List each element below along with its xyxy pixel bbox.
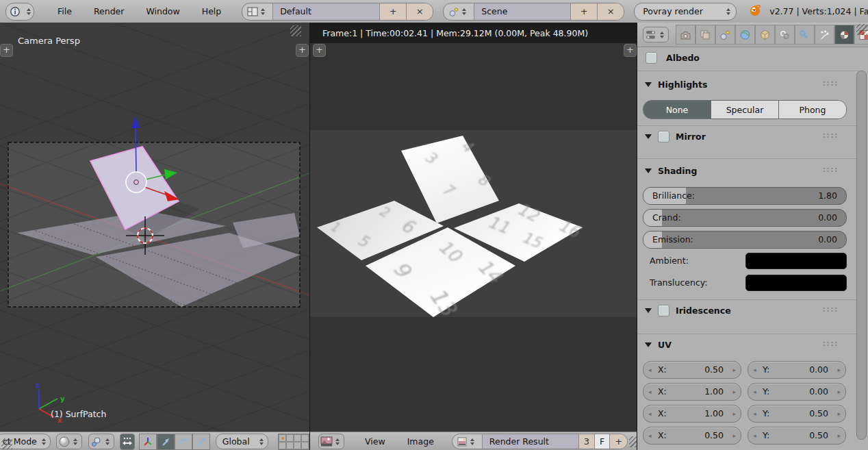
region-expand-right[interactable]: + bbox=[624, 44, 637, 57]
panel-shading-header[interactable]: Shading :::: bbox=[637, 164, 863, 177]
panel-highlights-header[interactable]: Highlights :::: bbox=[637, 77, 863, 91]
manipulator-toggle[interactable] bbox=[120, 434, 134, 450]
menu-image[interactable]: Image bbox=[396, 436, 445, 447]
panel-scrollbar[interactable] bbox=[856, 71, 867, 440]
delete-layout-button[interactable]: × bbox=[407, 3, 433, 20]
tab-world[interactable] bbox=[735, 25, 755, 45]
mirror-checkbox[interactable] bbox=[658, 131, 669, 142]
scene-stepper[interactable] bbox=[459, 8, 469, 15]
mode-stepper[interactable] bbox=[39, 438, 49, 445]
translate-manipulator-button[interactable] bbox=[157, 434, 175, 450]
region-expand-left[interactable]: + bbox=[313, 44, 326, 57]
collapse-triangle-icon[interactable] bbox=[645, 308, 652, 313]
area-corner-grip[interactable] bbox=[290, 25, 301, 36]
tab-render[interactable] bbox=[676, 25, 695, 45]
emission-slider[interactable]: Emission: 0.00 bbox=[643, 231, 847, 249]
render-engine-stepper[interactable] bbox=[724, 8, 733, 15]
add-layout-button[interactable]: + bbox=[380, 3, 407, 20]
viewport-3d[interactable]: z y x Camera Persp (1) SurfPatch + + bbox=[0, 23, 310, 432]
layer-cell[interactable] bbox=[294, 442, 301, 449]
new-image-button[interactable]: + bbox=[610, 434, 628, 449]
properties-panel[interactable]: Albedo Highlights :::: None Specular Pho… bbox=[637, 23, 868, 450]
image-name-field[interactable]: Render Result bbox=[483, 434, 579, 449]
panel-grip-icon[interactable]: :::: bbox=[822, 79, 839, 88]
panel-mirror-header[interactable]: Mirror :::: bbox=[637, 129, 863, 143]
crand-slider[interactable]: Crand: 0.00 bbox=[643, 209, 847, 227]
highlights-option-none[interactable]: None bbox=[643, 101, 711, 118]
menu-help[interactable]: Help bbox=[191, 6, 233, 16]
add-scene-button[interactable]: + bbox=[571, 3, 598, 20]
collapse-triangle-icon[interactable] bbox=[645, 168, 652, 173]
image-icon-button[interactable] bbox=[452, 434, 483, 449]
editor-type-select[interactable] bbox=[318, 434, 344, 449]
tab-scene[interactable] bbox=[715, 25, 735, 45]
transform-orientation-select[interactable]: Global bbox=[216, 434, 268, 449]
translucency-color-swatch[interactable] bbox=[745, 275, 847, 291]
scale-manipulator-button[interactable] bbox=[192, 434, 210, 450]
manipulator-z-axis[interactable] bbox=[136, 127, 136, 172]
layers-widget[interactable] bbox=[278, 434, 309, 450]
menu-render[interactable]: Render bbox=[83, 6, 136, 16]
viewport-3d-canvas[interactable]: z y x bbox=[0, 23, 309, 432]
layer-cell[interactable] bbox=[286, 434, 294, 442]
uv-y-field-1[interactable]: ◂Y:0.00▸ bbox=[748, 361, 846, 379]
screen-layout-icon-button[interactable] bbox=[242, 3, 273, 20]
panel-grip-icon[interactable]: :::: bbox=[822, 165, 839, 174]
axis-tripod-button[interactable] bbox=[139, 434, 157, 450]
layer-cell-active[interactable] bbox=[279, 434, 286, 442]
layer-cell[interactable] bbox=[301, 442, 309, 449]
area-corner-grip[interactable] bbox=[856, 24, 867, 35]
render-engine-select[interactable]: Povray render bbox=[634, 3, 737, 21]
layer-cell[interactable] bbox=[301, 434, 309, 442]
editor-type-stepper[interactable] bbox=[333, 438, 342, 445]
layer-cell[interactable] bbox=[286, 442, 294, 449]
tab-render-layers[interactable] bbox=[695, 25, 715, 45]
panel-iridescence-header[interactable]: Iridescence :::: bbox=[637, 303, 863, 317]
panel-uv-header[interactable]: UV :::: bbox=[637, 338, 863, 351]
pivot-stepper[interactable] bbox=[103, 438, 112, 445]
scene-icon-button[interactable] bbox=[444, 3, 474, 20]
shading-stepper[interactable] bbox=[71, 438, 80, 445]
menu-view[interactable]: View bbox=[354, 436, 396, 447]
brilliance-slider[interactable]: Brilliance: 1.80 bbox=[643, 187, 847, 205]
delete-scene-button[interactable]: × bbox=[598, 3, 624, 20]
layer-cell[interactable] bbox=[294, 434, 301, 442]
layer-cell[interactable] bbox=[279, 442, 286, 449]
uv-x-field-3[interactable]: ◂X:1.00▸ bbox=[643, 405, 741, 423]
render-slot-button[interactable]: 3 bbox=[579, 434, 595, 449]
image-editor[interactable]: Frame:1 | Time:00:02.41 | Mem:29.12M (0.… bbox=[309, 23, 637, 432]
uv-y-field-2[interactable]: ◂Y:0.00▸ bbox=[748, 383, 846, 401]
uv-x-field-1[interactable]: ◂X:0.50▸ bbox=[643, 361, 741, 379]
collapse-triangle-icon[interactable] bbox=[645, 134, 652, 139]
properties-editor-type-select[interactable] bbox=[643, 27, 669, 42]
pivot-point-select[interactable] bbox=[88, 434, 114, 449]
info-menu-widget[interactable] bbox=[5, 3, 34, 21]
uv-x-field-2[interactable]: ◂X:1.00▸ bbox=[643, 383, 741, 401]
properties-editor-stepper[interactable] bbox=[657, 32, 667, 38]
region-expand-right[interactable]: + bbox=[296, 44, 309, 57]
uv-y-field-3[interactable]: ◂Y:0.50▸ bbox=[748, 405, 846, 423]
tab-particles[interactable] bbox=[815, 25, 834, 45]
image-datablock-stepper[interactable] bbox=[468, 438, 477, 445]
area-corner-grip[interactable] bbox=[1, 438, 12, 449]
rotate-manipulator-button[interactable] bbox=[175, 434, 192, 450]
tab-constraints[interactable] bbox=[775, 25, 795, 45]
tab-material[interactable] bbox=[834, 25, 854, 45]
region-expand-left[interactable]: + bbox=[0, 44, 13, 57]
panel-grip-icon[interactable]: :::: bbox=[822, 131, 839, 140]
iridescence-checkbox[interactable] bbox=[658, 305, 669, 316]
albedo-checkbox[interactable] bbox=[646, 52, 657, 64]
highlights-option-phong[interactable]: Phong bbox=[779, 101, 846, 118]
ambient-color-swatch[interactable] bbox=[745, 253, 847, 269]
fake-user-button[interactable]: F bbox=[595, 434, 610, 449]
layout-name-field[interactable]: Default bbox=[273, 3, 380, 20]
scene-name-field[interactable]: Scene bbox=[474, 3, 571, 20]
collapse-triangle-icon[interactable] bbox=[645, 82, 652, 87]
tab-modifiers[interactable] bbox=[795, 25, 815, 45]
highlights-option-specular[interactable]: Specular bbox=[711, 101, 779, 118]
menu-file[interactable]: File bbox=[47, 6, 83, 16]
collapse-triangle-icon[interactable] bbox=[645, 342, 652, 347]
screen-layout-stepper[interactable] bbox=[258, 8, 268, 15]
uv-y-field-4[interactable]: ◂Y:0.50▸ bbox=[748, 427, 846, 445]
menu-window[interactable]: Window bbox=[135, 6, 190, 16]
